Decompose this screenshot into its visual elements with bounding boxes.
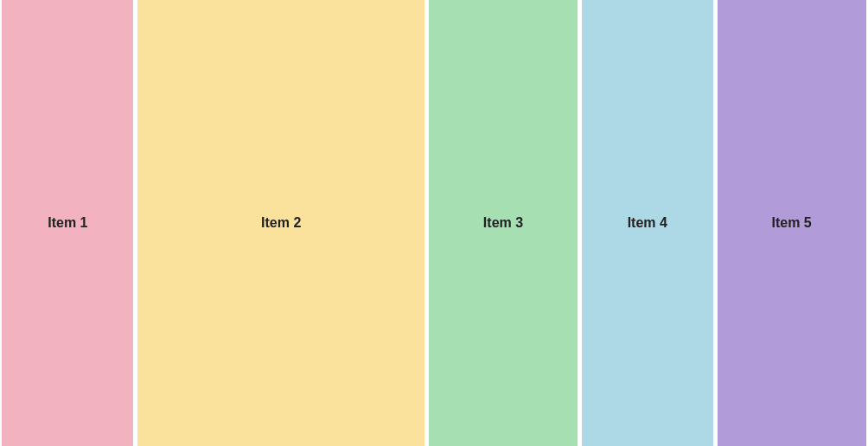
item-4: Item 4 [582,0,713,446]
item-label: Item 5 [771,215,811,231]
item-1: Item 1 [2,0,133,446]
item-3: Item 3 [429,0,578,446]
flex-container: Item 1 Item 2 Item 3 Item 4 Item 5 [0,0,868,446]
item-label: Item 1 [48,215,87,231]
item-label: Item 2 [261,215,301,231]
item-label: Item 4 [628,215,667,231]
item-2: Item 2 [137,0,424,446]
item-5: Item 5 [718,0,866,446]
item-label: Item 3 [483,215,523,231]
